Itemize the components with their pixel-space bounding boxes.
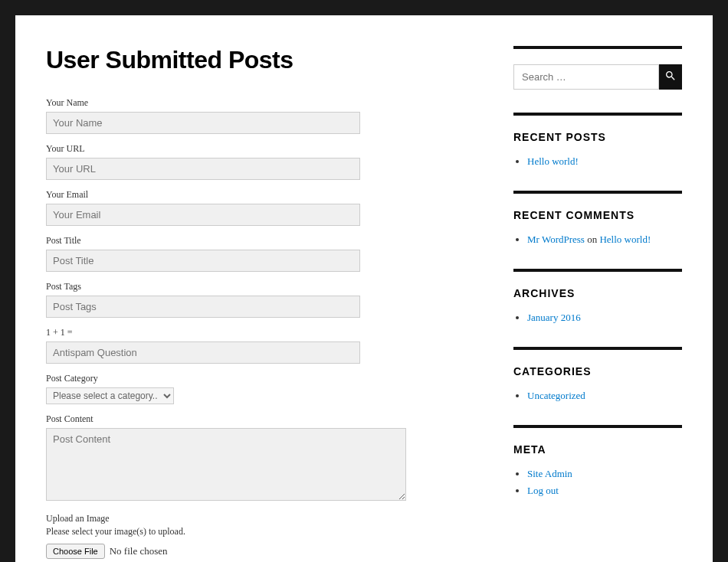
search-button[interactable]: [659, 64, 682, 90]
email-label: Your Email: [46, 189, 467, 201]
recent-posts-heading: RECENT POSTS: [513, 131, 682, 143]
category-label: Post Category: [46, 373, 467, 384]
search-icon: [664, 70, 677, 84]
email-input[interactable]: [46, 204, 360, 226]
file-status: No file chosen: [110, 545, 168, 557]
category-select[interactable]: Please select a category..: [46, 387, 174, 404]
content-textarea[interactable]: [46, 428, 406, 501]
recent-posts-widget: RECENT POSTS Hello world!: [513, 113, 682, 168]
antispam-label: 1 + 1 =: [46, 327, 467, 338]
title-input[interactable]: [46, 250, 360, 272]
upload-desc: Please select your image(s) to upload.: [46, 526, 467, 537]
list-item: Uncategorized: [527, 390, 682, 402]
archive-link[interactable]: January 2016: [527, 312, 581, 323]
recent-post-link[interactable]: Hello world!: [527, 155, 579, 167]
archives-widget: ARCHIVES January 2016: [513, 269, 682, 324]
field-name: Your Name: [46, 97, 467, 134]
page-container: User Submitted Posts Your Name Your URL …: [15, 15, 713, 562]
list-item: Log out: [527, 485, 682, 497]
url-input[interactable]: [46, 158, 360, 180]
field-email: Your Email: [46, 189, 467, 226]
meta-heading: META: [513, 443, 682, 456]
page-title: User Submitted Posts: [46, 46, 467, 74]
recent-comments-widget: RECENT COMMENTS Mr WordPress on Hello wo…: [513, 191, 682, 246]
field-title: Post Title: [46, 235, 467, 272]
field-antispam: 1 + 1 =: [46, 327, 467, 364]
list-item: Hello world!: [527, 155, 682, 168]
field-url: Your URL: [46, 143, 467, 180]
recent-comments-heading: RECENT COMMENTS: [513, 209, 682, 221]
field-content: Post Content: [46, 413, 467, 504]
category-link[interactable]: Uncategorized: [527, 390, 585, 401]
antispam-input[interactable]: [46, 341, 360, 364]
categories-heading: CATEGORIES: [513, 365, 682, 377]
field-category: Post Category Please select a category..: [46, 373, 467, 404]
field-tags: Post Tags: [46, 281, 467, 318]
name-label: Your Name: [46, 97, 467, 109]
meta-link-admin[interactable]: Site Admin: [527, 468, 572, 479]
categories-widget: CATEGORIES Uncategorized: [513, 347, 682, 402]
comment-post-link[interactable]: Hello world!: [599, 234, 651, 245]
comment-author-link[interactable]: Mr WordPress: [527, 234, 585, 245]
url-label: Your URL: [46, 143, 467, 155]
content-label: Post Content: [46, 413, 467, 425]
on-text: on: [587, 234, 597, 245]
meta-widget: META Site Admin Log out: [513, 425, 682, 497]
tags-input[interactable]: [46, 296, 360, 318]
name-input[interactable]: [46, 112, 360, 134]
archives-heading: ARCHIVES: [513, 287, 682, 299]
list-item: Mr WordPress on Hello world!: [527, 234, 682, 246]
meta-link-logout[interactable]: Log out: [527, 485, 559, 496]
sidebar: RECENT POSTS Hello world! RECENT COMMENT…: [513, 46, 682, 562]
search-input[interactable]: [513, 64, 659, 90]
search-widget: [513, 46, 682, 90]
upload-label: Upload an Image: [46, 513, 467, 524]
list-item: Site Admin: [527, 468, 682, 480]
title-label: Post Title: [46, 235, 467, 247]
main-content: User Submitted Posts Your Name Your URL …: [46, 46, 467, 562]
choose-file-button[interactable]: Choose File: [46, 544, 105, 559]
file-row: Choose File No file chosen: [46, 544, 467, 559]
list-item: January 2016: [527, 312, 682, 324]
tags-label: Post Tags: [46, 281, 467, 292]
